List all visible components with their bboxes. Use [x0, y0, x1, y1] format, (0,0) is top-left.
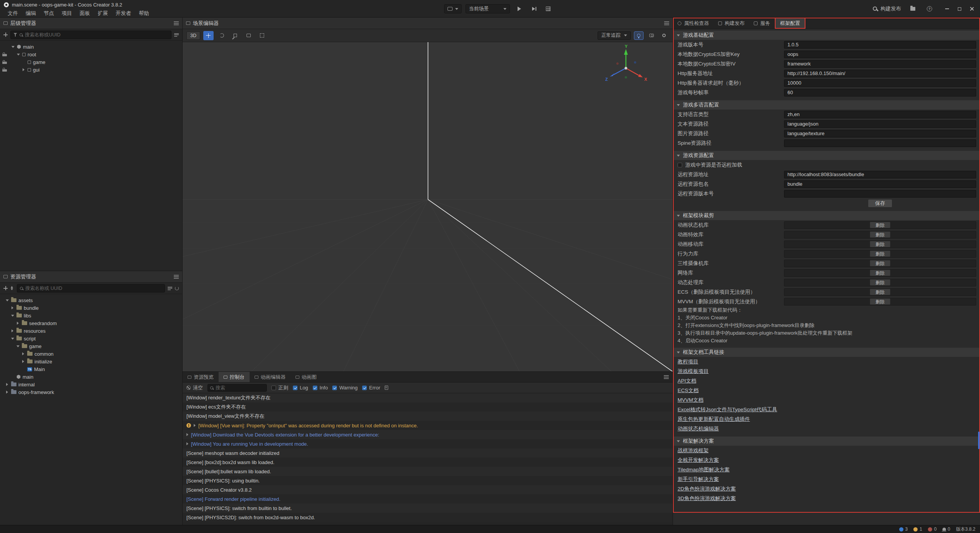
hierarchy-search-box[interactable]	[10, 31, 172, 39]
chevron-down-icon[interactable]	[677, 352, 680, 353]
help-button[interactable]	[924, 4, 935, 13]
delete-button[interactable]: 删除	[870, 250, 890, 257]
tab-service[interactable]: 服务	[749, 18, 775, 29]
property-input[interactable]	[784, 111, 976, 118]
chevron-down-icon[interactable]	[11, 46, 15, 48]
property-input[interactable]	[784, 139, 976, 147]
maximize-button[interactable]	[953, 0, 965, 18]
warning-count-badge[interactable]: 1	[913, 526, 922, 532]
assets-search-box[interactable]	[17, 284, 165, 293]
delete-button[interactable]: 删除	[870, 298, 890, 305]
hierarchy-node-game[interactable]: game	[0, 58, 182, 66]
doc-link[interactable]: 原生包热更新配置自动生成插件	[678, 416, 750, 423]
tab-console[interactable]: 控制台	[219, 372, 250, 382]
chevron-right-icon[interactable]	[186, 433, 188, 436]
lighting-toggle-button[interactable]	[634, 31, 644, 40]
error-checkbox[interactable]	[362, 386, 367, 390]
menu-extension[interactable]: 扩展	[94, 10, 112, 17]
asset-node-seedrandom[interactable]: seedrandom	[0, 319, 182, 327]
log-row[interactable]: [Window] ecs文件夹不存在	[183, 402, 673, 412]
asset-node-bundle[interactable]: bundle	[0, 304, 182, 312]
asset-node-main[interactable]: main	[0, 373, 182, 381]
section-header-basic-config[interactable]: 游戏基础配置	[673, 31, 980, 40]
menu-file[interactable]: 文件	[4, 10, 22, 17]
hierarchy-node-main[interactable]: main	[0, 43, 182, 51]
doc-link[interactable]: 新手引导解决方案	[678, 476, 719, 483]
property-input[interactable]	[784, 180, 976, 188]
log-row[interactable]: [Scene] [PHYSICS2D]: switch from box2d-w…	[183, 513, 673, 522]
doc-link[interactable]: 3D角色扮演游戏解决方案	[678, 495, 736, 502]
axis-gizmo[interactable]: Y X Z	[603, 44, 649, 90]
menu-panel[interactable]: 面板	[76, 10, 94, 17]
log-row[interactable]: [Scene] [box2d]:box2d wasm lib loaded.	[183, 458, 673, 467]
move-tool-button[interactable]	[203, 31, 214, 40]
log-row[interactable]: [Scene] [PHYSICS]: using builtin.	[183, 476, 673, 485]
doc-link[interactable]: 游戏模板项目	[678, 368, 709, 375]
filter-info[interactable]: Info	[313, 385, 328, 391]
info-checkbox[interactable]	[313, 386, 317, 390]
minimize-button[interactable]	[941, 0, 953, 18]
property-input[interactable]	[784, 70, 976, 77]
asset-node-libs[interactable]: libs	[0, 312, 182, 319]
chevron-right-icon[interactable]	[194, 424, 196, 427]
property-input[interactable]	[784, 89, 976, 96]
camera-settings-button[interactable]	[647, 31, 656, 40]
section-header-i18n-config[interactable]: 游戏多语言配置	[673, 100, 980, 110]
section-header-solutions[interactable]: 框架解决方案	[673, 437, 980, 446]
menu-developer[interactable]: 开发者	[112, 10, 135, 17]
chevron-right-icon[interactable]	[23, 68, 24, 71]
doc-link[interactable]: 战棋游戏框架	[678, 447, 709, 454]
chevron-down-icon[interactable]	[677, 215, 680, 217]
chevron-down-icon[interactable]	[17, 54, 20, 56]
property-input[interactable]	[784, 171, 976, 178]
delete-button[interactable]: 删除	[870, 260, 890, 266]
tab-animation-graph[interactable]: 动画图	[291, 372, 322, 382]
hierarchy-node-root[interactable]: root	[0, 51, 182, 58]
regex-checkbox[interactable]	[271, 386, 276, 390]
play-button[interactable]	[514, 4, 524, 13]
delete-button[interactable]: 删除	[870, 222, 890, 228]
doc-link[interactable]: 教程项目	[678, 358, 698, 365]
log-row[interactable]: [Window] [Vue warn]: Property "onInput" …	[183, 421, 673, 430]
open-project-folder-button[interactable]	[907, 4, 918, 13]
asset-node-script[interactable]: script	[0, 335, 182, 342]
add-node-button[interactable]	[3, 33, 8, 37]
property-input[interactable]	[784, 190, 976, 198]
chevron-right-icon[interactable]	[11, 306, 13, 309]
delete-button[interactable]: 删除	[870, 231, 890, 238]
filter-log[interactable]: Log	[293, 385, 308, 391]
chevron-right-icon[interactable]	[22, 360, 24, 363]
filter-warning[interactable]: Warning	[332, 385, 358, 391]
warning-checkbox[interactable]	[332, 386, 337, 390]
menu-edit[interactable]: 编辑	[22, 10, 40, 17]
doc-link[interactable]: 全栈开发解决方案	[678, 457, 719, 464]
clear-console-button[interactable]: 清空	[186, 384, 203, 391]
view-mode-dropdown[interactable]: 正常追踪	[598, 31, 631, 40]
log-row[interactable]: [Scene] [bullet]:bullet wasm lib loaded.	[183, 467, 673, 476]
log-row[interactable]: [Window] render_texture文件夹不存在	[183, 393, 673, 402]
property-input[interactable]	[784, 51, 976, 58]
scene-viewport[interactable]: Y X Z	[183, 42, 673, 371]
save-button[interactable]: 保存	[868, 199, 892, 208]
build-publish-button[interactable]: 构建发布	[873, 5, 901, 12]
asset-node-game[interactable]: game	[0, 342, 182, 350]
filter-icon[interactable]	[13, 33, 17, 37]
property-input[interactable]	[784, 41, 976, 49]
asset-node-Main[interactable]: Main	[0, 365, 182, 373]
log-row[interactable]: [Window] Download the Vue Devtools exten…	[183, 430, 673, 439]
chevron-right-icon[interactable]	[6, 383, 8, 386]
hierarchy-options-icon[interactable]	[174, 33, 179, 37]
chevron-right-icon[interactable]	[22, 352, 24, 355]
console-search-input[interactable]	[216, 385, 264, 391]
section-header-doc-links[interactable]: 框架文档工具链接	[673, 348, 980, 357]
property-input[interactable]	[784, 120, 976, 128]
tab-framework-config[interactable]: 框架配置	[775, 18, 805, 29]
doc-link[interactable]: MVVM文档	[678, 397, 704, 404]
delete-button[interactable]: 删除	[870, 270, 890, 276]
asset-node-initialize[interactable]: initialize	[0, 358, 182, 365]
doc-link[interactable]: ECS文档	[678, 387, 699, 394]
log-row[interactable]: [Scene] meshopt wasm decoder initialized	[183, 448, 673, 458]
menu-project[interactable]: 项目	[58, 10, 76, 17]
refresh-icon[interactable]	[175, 286, 179, 290]
asset-node-resources[interactable]: resources	[0, 327, 182, 335]
